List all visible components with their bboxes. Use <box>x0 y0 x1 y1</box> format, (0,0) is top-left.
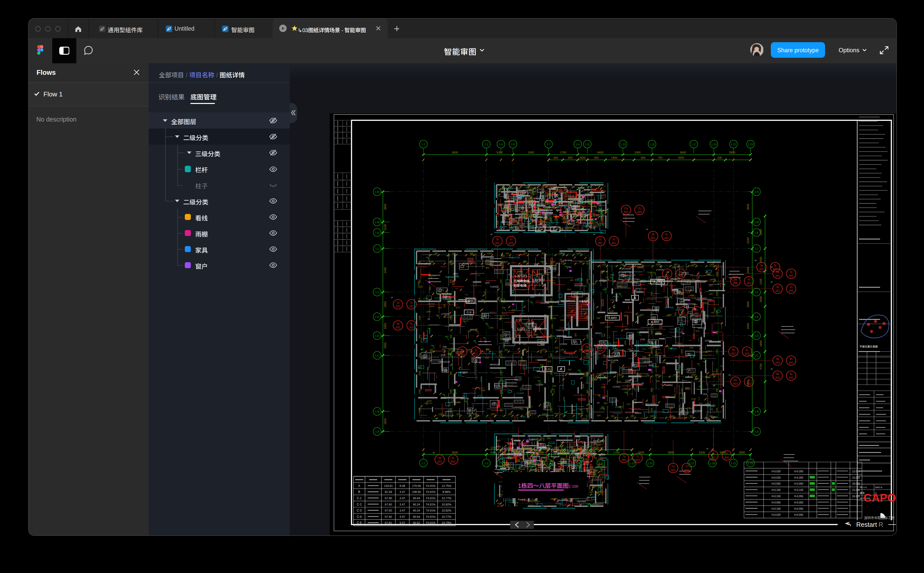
svg-text:100: 100 <box>455 275 458 277</box>
svg-text:2300: 2300 <box>429 261 434 263</box>
svg-text:3600: 3600 <box>383 204 386 210</box>
svg-text:QXD: QXD <box>453 272 458 275</box>
svg-text:2300: 2300 <box>449 260 452 265</box>
svg-text:100: 100 <box>452 252 455 255</box>
svg-text:1-K: 1-K <box>375 232 379 234</box>
svg-text:3600: 3600 <box>452 151 458 154</box>
svg-text:1-N: 1-N <box>375 191 379 193</box>
svg-text:950: 950 <box>418 279 421 283</box>
svg-text:200: 200 <box>432 274 436 277</box>
svg-text:375: 375 <box>446 254 450 257</box>
svg-text:5100: 5100 <box>383 224 386 230</box>
svg-text:1-M: 1-M <box>375 221 379 224</box>
svg-text:1-J: 1-J <box>375 247 378 250</box>
svg-text:2400: 2400 <box>383 267 386 274</box>
svg-text:100: 100 <box>418 261 421 265</box>
svg-text:300: 300 <box>434 252 438 255</box>
svg-text:550: 550 <box>449 279 452 283</box>
svg-text:1-1: 1-1 <box>421 143 425 146</box>
